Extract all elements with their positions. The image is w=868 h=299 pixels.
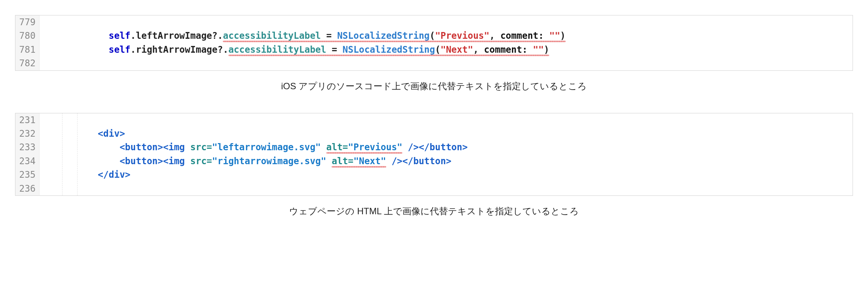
- line-number: 232: [15, 127, 39, 140]
- code-line: [40, 182, 853, 195]
- line-number: 233: [15, 140, 39, 154]
- code-line: self.leftArrowImage?.accessibilityLabel …: [40, 29, 853, 43]
- line-number: 779: [15, 15, 39, 29]
- code-line: self.rightArrowImage?.accessibilityLabel…: [40, 43, 853, 56]
- html-tag-div-open: <div>: [98, 128, 125, 139]
- code-line: <div>: [40, 127, 853, 140]
- keyword-self: self: [109, 44, 131, 55]
- caption-html: ウェブページの HTML 上で画像に代替テキストを指定しているところ: [8, 205, 860, 217]
- caption-ios: iOS アプリのソースコード上で画像に代替テキストを指定しているところ: [8, 80, 860, 92]
- html-attr-src: src=: [190, 142, 212, 153]
- html-attr-value: "Next": [353, 156, 386, 166]
- html-attr-value: "Previous": [348, 142, 403, 153]
- html-tag-img-open: <img: [163, 142, 185, 153]
- nslocalizedstring-function: NSLocalizedString: [343, 44, 435, 55]
- code-block-ios: 779 780 781 782 self.leftArrowImage?.acc…: [15, 15, 853, 71]
- code-area[interactable]: self.leftArrowImage?.accessibilityLabel …: [40, 15, 853, 70]
- html-attr-value: "rightarrowimage.svg": [212, 156, 326, 166]
- line-number: 236: [15, 182, 39, 195]
- line-number: 780: [15, 29, 39, 43]
- code-line: [40, 56, 853, 70]
- argument-label: comment:: [484, 44, 528, 55]
- nslocalizedstring-function: NSLocalizedString: [337, 31, 430, 41]
- line-number-gutter: 231 232 233 234 235 236: [15, 113, 40, 195]
- html-attr-value: "leftarrowimage.svg": [212, 142, 321, 153]
- code-area[interactable]: <div> <button><img src="leftarrowimage.s…: [40, 113, 853, 195]
- line-number: 234: [15, 154, 39, 168]
- argument-label: comment:: [500, 31, 544, 41]
- line-number: 782: [15, 56, 39, 70]
- html-tag-img-close: />: [408, 142, 419, 153]
- string-literal: "Previous": [435, 31, 490, 41]
- html-tag-button-close: </button>: [419, 142, 468, 153]
- line-number: 235: [15, 168, 39, 182]
- html-tag-button-open: <button>: [120, 142, 163, 153]
- code-line: <button><img src="leftarrowimage.svg" al…: [40, 140, 853, 154]
- html-tag-img-close: />: [391, 156, 402, 166]
- string-literal: "": [533, 44, 544, 55]
- accessibility-label-property: accessibilityLabel: [223, 31, 321, 41]
- html-attr-src: src=: [190, 156, 212, 166]
- html-attr-alt: alt=: [326, 142, 348, 153]
- string-literal: "Next": [440, 44, 473, 55]
- code-line: </div>: [40, 168, 853, 182]
- code-line: [40, 15, 853, 29]
- property: rightArrowImage: [136, 44, 218, 55]
- html-attr-alt: alt=: [332, 156, 353, 166]
- string-literal: "": [549, 31, 560, 41]
- code-line: [40, 113, 853, 127]
- code-block-html: 231 232 233 234 235 236 <div> <button><i…: [15, 113, 853, 196]
- property: leftArrowImage: [136, 31, 212, 41]
- line-number: 781: [15, 43, 39, 56]
- code-line: <button><img src="rightarrowimage.svg" a…: [40, 154, 853, 168]
- line-number-gutter: 779 780 781 782: [15, 15, 40, 70]
- html-tag-button-open: <button>: [120, 156, 163, 166]
- html-tag-img-open: <img: [163, 156, 185, 166]
- accessibility-label-property: accessibilityLabel: [228, 44, 326, 55]
- keyword-self: self: [109, 31, 131, 41]
- html-tag-div-close: </div>: [98, 169, 131, 180]
- html-tag-button-close: </button>: [402, 156, 451, 166]
- line-number: 231: [15, 113, 39, 127]
